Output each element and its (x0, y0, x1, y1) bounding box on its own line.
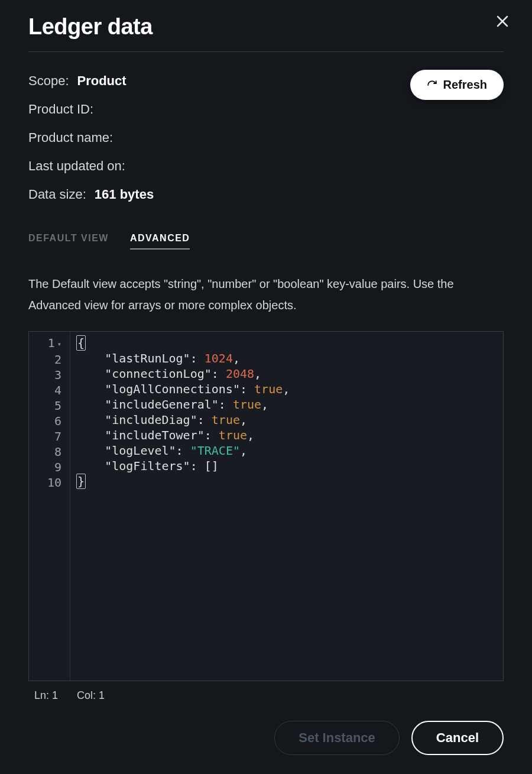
meta-row-last-updated: Last updated on: (28, 158, 504, 174)
cancel-button[interactable]: Cancel (411, 721, 504, 755)
refresh-button[interactable]: Refresh (410, 70, 504, 100)
meta-row-data-size: Data size: 161 bytes (28, 187, 504, 202)
meta-row-product-name: Product name: (28, 130, 504, 145)
set-instance-button: Set Instance (274, 721, 400, 755)
data-size-value: 161 bytes (95, 187, 154, 202)
close-icon (496, 15, 509, 30)
view-tabs: DEFAULT VIEW ADVANCED (28, 233, 504, 250)
product-id-label: Product ID: (28, 102, 93, 117)
helper-text: The Default view accepts "string", "numb… (28, 273, 501, 316)
last-updated-label: Last updated on: (28, 158, 125, 174)
scope-value: Product (77, 73, 126, 89)
editor-code[interactable]: { "lastRunLog": 1024, "connectionLog": 2… (70, 332, 503, 681)
fold-icon[interactable]: ▾ (57, 340, 61, 348)
refresh-label: Refresh (443, 78, 487, 92)
dialog-title: Ledger data (28, 14, 504, 52)
json-editor[interactable]: 1▾2345678910 { "lastRunLog": 1024, "conn… (28, 331, 504, 681)
editor-status-bar: Ln: 1 Col: 1 (28, 689, 504, 702)
close-button[interactable] (494, 14, 511, 31)
tab-advanced[interactable]: ADVANCED (130, 233, 190, 250)
status-col: Col: 1 (77, 689, 105, 702)
product-name-label: Product name: (28, 130, 113, 145)
tab-default-view[interactable]: DEFAULT VIEW (28, 233, 109, 250)
meta-block: Refresh Scope: Product Product ID: Produ… (28, 73, 504, 215)
scope-label: Scope: (28, 73, 69, 89)
ledger-data-dialog: Ledger data Refresh Scope: Product Produ… (0, 0, 532, 774)
data-size-label: Data size: (28, 187, 86, 202)
editor-gutter: 1▾2345678910 (29, 332, 70, 681)
status-ln: Ln: 1 (34, 689, 58, 702)
dialog-footer: Set Instance Cancel (28, 702, 504, 755)
meta-row-product-id: Product ID: (28, 102, 504, 117)
refresh-icon (427, 80, 437, 90)
